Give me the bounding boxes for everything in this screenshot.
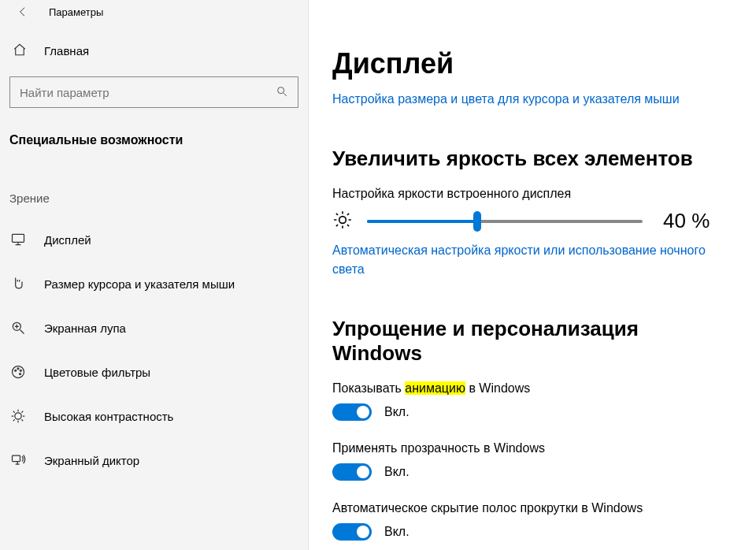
home-icon: [13, 43, 27, 59]
toggle-show-animations: Показывать анимацию в Windows Вкл.: [332, 381, 732, 421]
pointer-icon: [9, 276, 27, 292]
nav-label: Высокая контрастность: [44, 410, 173, 423]
nav-label: Экранная лупа: [44, 321, 126, 335]
nav-label: Дисплей: [44, 233, 91, 247]
magnifier-plus-icon: [9, 320, 27, 336]
home-label: Главная: [44, 44, 89, 58]
sidebar-item-high-contrast[interactable]: Высокая контрастность: [0, 394, 308, 438]
toggle-label: Применять прозрачность в Windows: [332, 441, 732, 455]
brightness-label: Настройка яркости встроенного дисплея: [332, 187, 732, 201]
contrast-icon: [9, 408, 27, 424]
svg-point-8: [15, 413, 21, 419]
svg-rect-1: [13, 234, 24, 242]
svg-point-4: [15, 370, 17, 371]
nav-label: Размер курсора и указателя мыши: [44, 277, 235, 291]
svg-rect-9: [13, 455, 20, 462]
section-simplify-heading: Упрощение и персонализация Windows: [332, 317, 732, 366]
brightness-slider[interactable]: [367, 212, 643, 231]
sidebar-group-title: Специальные возможности: [0, 108, 308, 154]
brightness-percent: 40 %: [663, 209, 710, 233]
sidebar-item-display[interactable]: Дисплей: [0, 217, 308, 262]
narrator-icon: [9, 452, 27, 468]
toggle-switch[interactable]: [332, 403, 372, 421]
toggle-label: Автоматическое скрытие полос прокрутки в…: [332, 501, 732, 515]
toggle-transparency: Применять прозрачность в Windows Вкл.: [332, 441, 732, 481]
page-title: Дисплей: [332, 47, 732, 80]
svg-point-0: [278, 87, 284, 93]
sidebar-item-color-filters[interactable]: Цветовые фильтры: [0, 350, 308, 394]
sidebar-item-cursor[interactable]: Размер курсора и указателя мыши: [0, 262, 308, 306]
monitor-icon: [9, 232, 27, 247]
nav-label: Экранный диктор: [44, 454, 139, 467]
toggle-label: Показывать анимацию в Windows: [332, 381, 732, 396]
brightness-icon: [332, 210, 353, 232]
toggle-state: Вкл.: [384, 465, 410, 479]
search-icon: [276, 85, 288, 100]
toggle-state: Вкл.: [384, 525, 410, 539]
search-input[interactable]: [20, 86, 276, 99]
toggle-hide-scrollbars: Автоматическое скрытие полос прокрутки в…: [332, 501, 732, 541]
palette-icon: [9, 364, 27, 380]
nav-label: Цветовые фильтры: [44, 366, 150, 379]
main-content: Дисплей Настройка размера и цвета для ку…: [309, 0, 756, 550]
link-auto-brightness[interactable]: Автоматическая настройка яркости или исп…: [332, 241, 732, 279]
toggle-state: Вкл.: [384, 405, 410, 419]
svg-point-6: [20, 370, 21, 371]
svg-point-5: [17, 368, 19, 370]
search-box[interactable]: [9, 76, 298, 108]
settings-sidebar: Параметры Главная Специальные возможност…: [0, 0, 309, 550]
section-brightness-heading: Увеличить яркость всех элементов: [332, 147, 732, 171]
link-cursor-settings[interactable]: Настройка размера и цвета для курсора и …: [332, 90, 732, 109]
back-arrow-icon[interactable]: [16, 5, 30, 19]
toggle-switch[interactable]: [332, 523, 372, 541]
sidebar-item-magnifier[interactable]: Экранная лупа: [0, 306, 308, 350]
title-bar: Параметры: [0, 0, 308, 24]
highlighted-text: анимацию: [405, 381, 465, 395]
sidebar-item-narrator[interactable]: Экранный диктор: [0, 438, 308, 482]
svg-point-7: [20, 373, 21, 375]
svg-point-10: [339, 217, 346, 224]
sidebar-item-home[interactable]: Главная: [0, 24, 308, 67]
app-title: Параметры: [49, 6, 103, 18]
sidebar-category-title: Зрение: [0, 154, 308, 211]
brightness-control: 40 %: [332, 209, 732, 233]
toggle-switch[interactable]: [332, 463, 372, 481]
sidebar-nav: Дисплей Размер курсора и указателя мыши …: [0, 211, 308, 482]
